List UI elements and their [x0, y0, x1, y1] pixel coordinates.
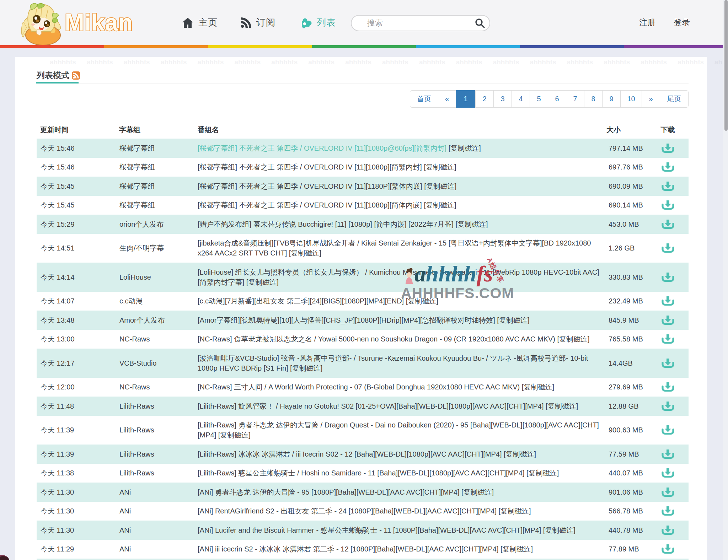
svg-text:Mikan: Mikan [65, 9, 133, 36]
